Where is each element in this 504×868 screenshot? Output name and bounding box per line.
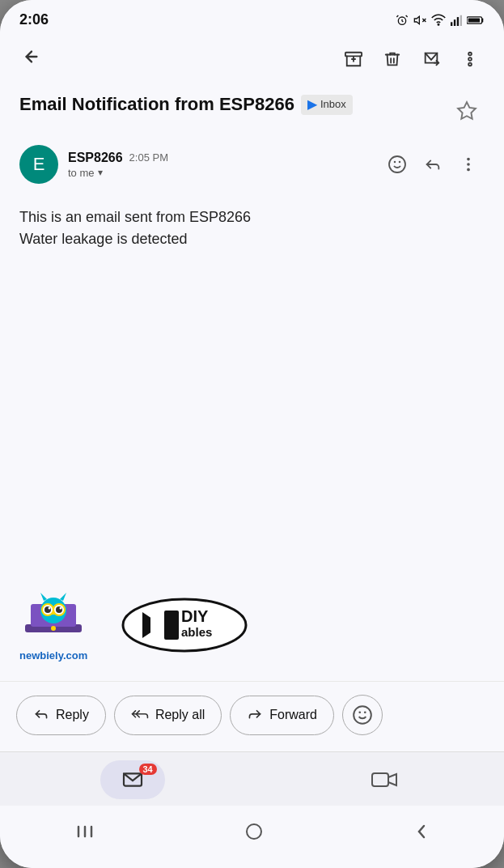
- system-nav: [0, 806, 504, 868]
- mute-icon: [413, 14, 426, 27]
- emoji-reaction-button[interactable]: [381, 148, 413, 181]
- action-buttons: Reply Reply all Forward: [0, 681, 504, 751]
- email-text: This is an email sent from ESP8266 Water…: [19, 206, 485, 250]
- svg-rect-5: [454, 19, 455, 26]
- sender-name-row: ESP8266 2:05 PM: [68, 151, 371, 165]
- diyables-logo: DIY ables: [120, 596, 249, 654]
- status-icons: [396, 14, 485, 27]
- svg-point-16: [468, 63, 472, 66]
- svg-point-14: [468, 53, 472, 56]
- toolbar-actions: [336, 41, 488, 77]
- inbox-badge: ▶ Inbox: [301, 95, 353, 115]
- recent-apps-button[interactable]: [59, 817, 111, 850]
- reply-all-button[interactable]: Reply all: [114, 696, 222, 735]
- svg-rect-7: [460, 15, 462, 25]
- emoji-button[interactable]: [342, 695, 383, 735]
- svg-text:ables: ables: [181, 625, 212, 639]
- status-bar: 2:06: [0, 0, 504, 35]
- reply-sender-button[interactable]: [417, 148, 449, 181]
- forward-icon: [247, 706, 263, 725]
- phone-frame: 2:06: [0, 0, 504, 868]
- svg-rect-4: [451, 22, 452, 26]
- svg-point-36: [51, 626, 56, 631]
- more-options-button[interactable]: [452, 41, 488, 77]
- more-sender-button[interactable]: [452, 148, 485, 181]
- svg-text:DIY: DIY: [181, 607, 209, 625]
- mark-read-button[interactable]: [413, 41, 449, 77]
- subject-title: Email Notification from ESP8266: [19, 93, 294, 117]
- signal-icon: [451, 14, 462, 27]
- sender-actions: [381, 148, 485, 181]
- reply-label: Reply: [56, 708, 89, 722]
- reply-icon: [33, 706, 49, 725]
- back-sys-button[interactable]: [398, 818, 445, 849]
- svg-marker-27: [40, 593, 47, 601]
- svg-point-22: [467, 163, 470, 166]
- reply-all-label: Reply all: [155, 708, 205, 722]
- svg-point-15: [468, 57, 472, 61]
- inbox-arrow-icon: ▶: [307, 96, 317, 113]
- chevron-down-icon: ▾: [98, 167, 103, 178]
- subject-line: Email Notification from ESP8266 ▶ Inbox: [19, 93, 449, 117]
- sender-row: E ESP8266 2:05 PM to me ▾: [0, 135, 504, 194]
- newbiely-logo: newbiely.com: [19, 588, 87, 662]
- delete-button[interactable]: [375, 41, 410, 77]
- sender-name: ESP8266: [68, 151, 123, 165]
- archive-button[interactable]: [336, 41, 371, 77]
- svg-point-18: [389, 156, 405, 172]
- newbiely-text: newbiely.com: [19, 649, 87, 662]
- reply-all-icon: [131, 706, 149, 725]
- video-nav-button[interactable]: [365, 760, 404, 799]
- bottom-nav: 34: [0, 751, 504, 806]
- forward-label: Forward: [269, 708, 317, 722]
- svg-point-34: [60, 607, 62, 610]
- star-button[interactable]: [449, 93, 485, 129]
- svg-point-51: [247, 824, 261, 839]
- svg-rect-6: [457, 17, 459, 26]
- home-button[interactable]: [228, 815, 280, 852]
- wifi-icon: [431, 14, 446, 27]
- to-me-row[interactable]: to me ▾: [68, 167, 371, 179]
- email-body: This is an email sent from ESP8266 Water…: [0, 194, 504, 568]
- subject-area: Email Notification from ESP8266 ▶ Inbox: [0, 83, 504, 135]
- subject-text: Email Notification from ESP8266 ▶ Inbox: [19, 93, 449, 117]
- reply-button[interactable]: Reply: [16, 696, 106, 735]
- sender-time: 2:05 PM: [129, 151, 168, 164]
- svg-rect-47: [372, 773, 388, 786]
- back-button[interactable]: [16, 41, 47, 77]
- owl-illustration: [21, 588, 86, 645]
- email-line1: This is an email sent from ESP8266: [19, 209, 251, 225]
- mail-badge: 34: [139, 764, 157, 775]
- svg-point-43: [354, 706, 371, 724]
- svg-point-3: [438, 23, 439, 25]
- svg-point-23: [467, 168, 470, 172]
- logos-area: newbiely.com DIY ables: [0, 568, 504, 681]
- svg-point-33: [49, 607, 51, 610]
- status-time: 2:06: [19, 11, 49, 28]
- svg-marker-28: [60, 593, 66, 601]
- to-me-label: to me: [68, 167, 95, 179]
- svg-point-21: [467, 158, 470, 161]
- avatar: E: [19, 145, 58, 184]
- forward-button[interactable]: Forward: [230, 696, 334, 735]
- email-line2: Water leakage is detected: [19, 231, 187, 247]
- inbox-label: Inbox: [320, 98, 346, 112]
- mail-nav-button[interactable]: 34: [100, 760, 165, 799]
- toolbar: [0, 35, 504, 83]
- svg-rect-9: [468, 18, 480, 22]
- svg-rect-40: [164, 611, 179, 640]
- svg-rect-10: [345, 53, 362, 57]
- battery-icon: [467, 15, 485, 26]
- sender-info: ESP8266 2:05 PM to me ▾: [68, 151, 371, 179]
- alarm-icon: [396, 14, 409, 27]
- svg-marker-17: [458, 102, 476, 119]
